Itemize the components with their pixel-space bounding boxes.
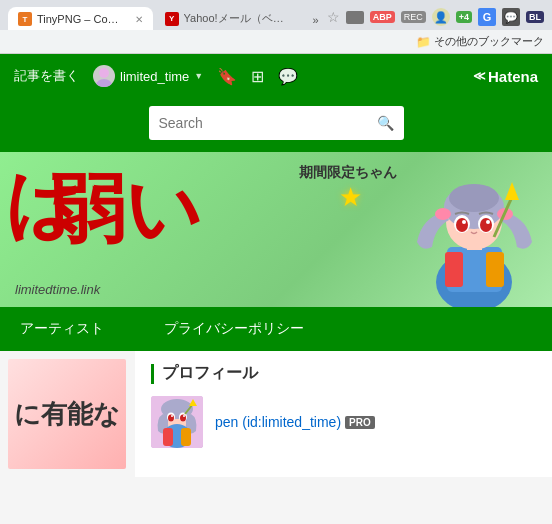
grid-icon[interactable]: ⊞	[251, 67, 264, 86]
bookmark-icon[interactable]: 🔖	[217, 67, 237, 86]
mail-icon[interactable]	[346, 11, 364, 24]
svg-marker-19	[505, 182, 519, 200]
sidebar: に有能な	[0, 351, 135, 477]
profile-title-bar	[151, 364, 154, 384]
svg-rect-4	[445, 252, 463, 287]
hatena-logo-text: Hatena	[488, 68, 538, 85]
svg-point-10	[435, 208, 451, 220]
tab-yahoo[interactable]: Y Yahoo!メール（ベータ版	[155, 6, 305, 30]
star-icon[interactable]: ☆	[327, 9, 340, 25]
content-area: に有能な プロフィール	[0, 351, 552, 477]
tab-yahoo-label: Yahoo!メール（ベータ版	[184, 11, 295, 26]
write-button[interactable]: 記事を書く	[14, 67, 79, 85]
svg-point-9	[449, 184, 499, 212]
chat-icon[interactable]: 💬	[502, 8, 520, 26]
tab-tinypng-label: TinyPNG – Compress...	[37, 13, 128, 25]
user-icon[interactable]: 👤	[432, 8, 450, 26]
svg-point-26	[180, 415, 186, 422]
search-icon[interactable]: 🔍	[377, 115, 394, 131]
svg-point-15	[480, 218, 492, 232]
profile-user-row: pen (id:limited_time) PRO	[151, 396, 536, 448]
profile-avatar	[151, 396, 203, 448]
nav-bar: アーティスト プライバシーポリシー	[0, 307, 552, 351]
caret-down-icon: ▼	[194, 71, 203, 81]
caret-left-icon: ≪	[473, 69, 486, 83]
sidebar-big-text: に有能な	[14, 397, 120, 432]
svg-point-1	[96, 79, 112, 87]
yahoo-favicon: Y	[165, 12, 179, 26]
bl-badge: BL	[526, 11, 544, 23]
hero-character	[397, 152, 552, 307]
svg-point-25	[168, 415, 174, 422]
svg-rect-31	[181, 428, 191, 446]
main-content: プロフィール	[135, 351, 552, 477]
bookmark-bar: 📁 その他のブックマーク	[0, 30, 552, 54]
pro-badge: PRO	[345, 416, 375, 429]
tab-tinypng[interactable]: T TinyPNG – Compress... ✕	[8, 7, 153, 30]
svg-rect-5	[486, 252, 504, 287]
tab-more[interactable]: »	[307, 9, 325, 30]
profile-user-link[interactable]: pen (id:limited_time)	[215, 414, 341, 430]
plus4-badge: +4	[456, 11, 472, 23]
profile-title: プロフィール	[162, 363, 258, 384]
folder-icon: 📁	[416, 35, 431, 49]
profile-header: プロフィール	[151, 363, 536, 384]
tab-tinypng-close[interactable]: ✕	[135, 14, 143, 25]
hero-banner: は 弱い 期間限定ちゃん ★ limitedtime.link	[0, 152, 552, 307]
g-icon[interactable]: G	[478, 8, 496, 26]
hero-url: limitedtime.link	[15, 282, 100, 297]
search-bar-container: 🔍	[0, 98, 552, 152]
search-input[interactable]	[159, 115, 369, 131]
rec-badge: REC	[401, 11, 426, 23]
comment-icon[interactable]: 💬	[278, 67, 298, 86]
user-menu[interactable]: limited_time ▼	[93, 65, 203, 87]
svg-point-16	[462, 220, 466, 224]
tinypng-favicon: T	[18, 12, 32, 26]
other-bookmarks-label: その他のブックマーク	[434, 34, 544, 49]
hero-title-main: 弱い	[50, 172, 202, 247]
svg-point-17	[486, 220, 490, 224]
hatena-header: 記事を書く limited_time ▼ 🔖 ⊞ 💬 ≪ Hatena	[0, 54, 552, 98]
svg-point-28	[183, 415, 185, 417]
profile-user-info: pen (id:limited_time) PRO	[215, 414, 375, 430]
user-avatar-small	[93, 65, 115, 87]
hero-star: ★	[339, 182, 362, 213]
browser-tab-bar: T TinyPNG – Compress... ✕ Y Yahoo!メール（ベー…	[0, 0, 552, 30]
user-name-label: limited_time	[120, 69, 189, 84]
other-bookmarks[interactable]: 📁 その他のブックマーク	[416, 34, 544, 49]
browser-top-icons: ☆ ABP REC 👤 +4 G 💬 BL	[327, 8, 544, 30]
svg-point-0	[99, 68, 109, 78]
svg-point-14	[456, 218, 468, 232]
profile-user-name-row: pen (id:limited_time) PRO	[215, 414, 375, 430]
svg-rect-30	[163, 428, 173, 446]
search-box: 🔍	[149, 106, 404, 140]
sidebar-image: に有能な	[8, 359, 126, 469]
nav-artist[interactable]: アーティスト	[20, 320, 104, 338]
svg-point-27	[171, 415, 173, 417]
hero-subtitle: 期間限定ちゃん	[299, 164, 397, 182]
hatena-logo[interactable]: ≪ Hatena	[473, 68, 538, 85]
abp-badge: ABP	[370, 11, 395, 23]
nav-privacy[interactable]: プライバシーポリシー	[164, 320, 304, 338]
